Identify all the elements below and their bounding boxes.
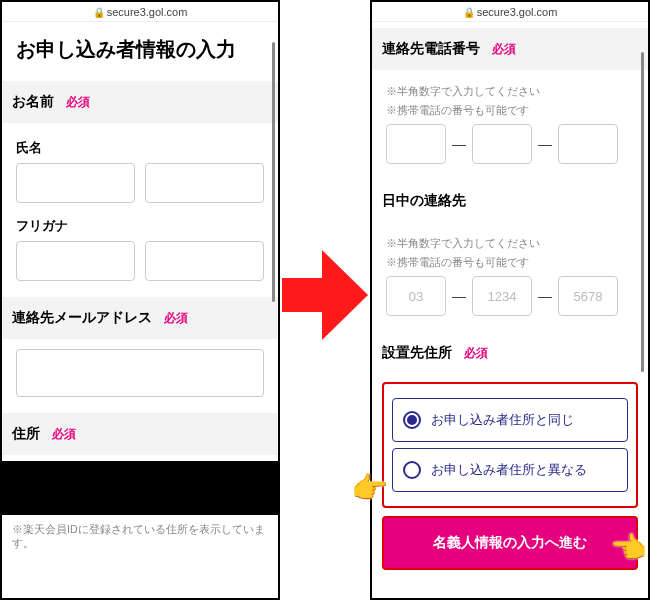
tel-part-2[interactable] [472, 124, 532, 164]
url-text: secure3.gol.com [477, 6, 558, 18]
section-name-label: お名前 [12, 93, 54, 109]
dash-icon: — [452, 136, 466, 152]
required-badge: 必須 [492, 42, 516, 56]
address-redacted [2, 461, 278, 515]
tel-hint-2: ※携帯電話の番号も可能です [386, 103, 634, 118]
dash-icon: — [452, 288, 466, 304]
daytel-part-2[interactable] [472, 276, 532, 316]
section-daytime-label: 日中の連絡先 [382, 192, 466, 208]
radio-same-label: お申し込み者住所と同じ [431, 411, 574, 429]
screenshot-right: 🔒secure3.gol.com 連絡先電話番号 必須 ※半角数字で入力してくだ… [370, 0, 650, 600]
section-email: 連絡先メールアドレス 必須 [2, 297, 278, 339]
tel-hint-1: ※半角数字で入力してください [386, 84, 634, 99]
section-address-label: 住所 [12, 425, 40, 441]
radio-different-address[interactable]: お申し込み者住所と異なる [392, 448, 628, 492]
tel-part-1[interactable] [386, 124, 446, 164]
firstname-kana-input[interactable] [145, 241, 264, 281]
dash-icon: — [538, 288, 552, 304]
lock-icon: 🔒 [93, 7, 105, 18]
section-tel-label: 連絡先電話番号 [382, 40, 480, 56]
firstname-input[interactable] [145, 163, 264, 203]
arrow-icon [282, 250, 368, 340]
url-text: secure3.gol.com [107, 6, 188, 18]
required-badge: 必須 [164, 311, 188, 325]
daytel-hint-1: ※半角数字で入力してください [386, 236, 634, 251]
section-daytime: 日中の連絡先 [372, 180, 648, 222]
section-email-label: 連絡先メールアドレス [12, 309, 152, 325]
screenshot-left: 🔒secure3.gol.com お申し込み者情報の入力 お名前 必須 氏名 フ… [0, 0, 280, 600]
address-footnote: ※楽天会員IDに登録されている住所を表示しています。 [12, 523, 268, 551]
required-badge: 必須 [66, 95, 90, 109]
daytel-part-3[interactable] [558, 276, 618, 316]
section-name: お名前 必須 [2, 81, 278, 123]
radio-dot-icon [403, 461, 421, 479]
lastname-kana-input[interactable] [16, 241, 135, 281]
radio-diff-label: お申し込み者住所と異なる [431, 461, 587, 479]
email-input[interactable] [16, 349, 264, 397]
daytel-hint-2: ※携帯電話の番号も可能です [386, 255, 634, 270]
scrollbar[interactable] [641, 52, 644, 372]
section-address: 住所 必須 [2, 413, 278, 455]
section-install-label: 設置先住所 [382, 344, 452, 360]
lock-icon: 🔒 [463, 7, 475, 18]
dash-icon: — [538, 136, 552, 152]
section-install-address: 設置先住所 必須 [372, 332, 648, 374]
section-tel: 連絡先電話番号 必須 [372, 28, 648, 70]
proceed-button-label: 名義人情報の入力へ進む [433, 534, 587, 550]
lastname-input[interactable] [16, 163, 135, 203]
address-bar: 🔒secure3.gol.com [372, 2, 648, 22]
tel-part-3[interactable] [558, 124, 618, 164]
shimei-label: 氏名 [16, 139, 264, 157]
required-badge: 必須 [464, 346, 488, 360]
required-badge: 必須 [52, 427, 76, 441]
proceed-button[interactable]: 名義人情報の入力へ進む [382, 516, 638, 570]
furigana-label: フリガナ [16, 217, 264, 235]
scrollbar[interactable] [272, 42, 275, 302]
radio-same-address[interactable]: お申し込み者住所と同じ [392, 398, 628, 442]
daytel-part-1[interactable] [386, 276, 446, 316]
address-bar: 🔒secure3.gol.com [2, 2, 278, 22]
page-title: お申し込み者情報の入力 [16, 36, 264, 63]
install-address-radio-group: お申し込み者住所と同じ お申し込み者住所と異なる [382, 382, 638, 508]
radio-dot-icon [403, 411, 421, 429]
